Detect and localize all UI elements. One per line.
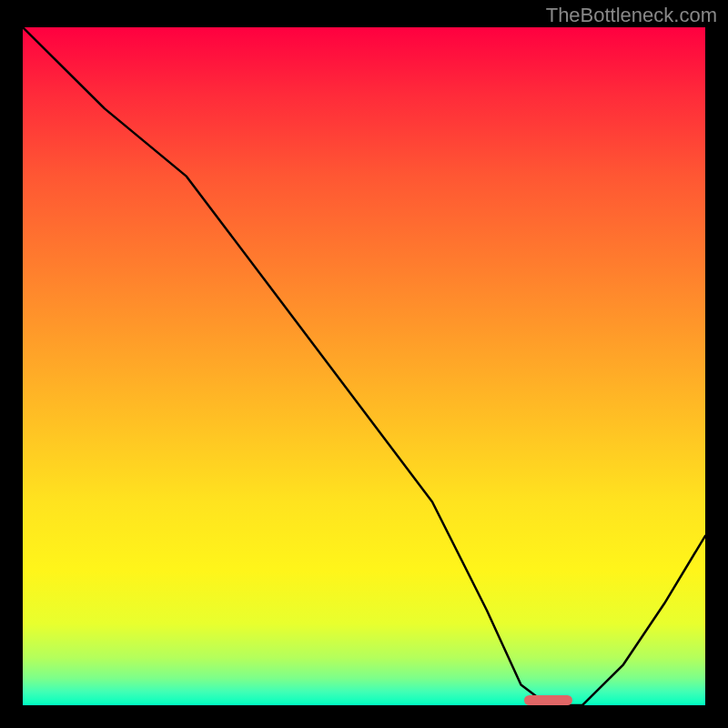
chart-plot-area: [23, 27, 705, 705]
optimal-marker: [524, 695, 572, 705]
bottleneck-curve: [23, 27, 705, 705]
watermark-text: TheBottleneck.com: [546, 4, 717, 27]
